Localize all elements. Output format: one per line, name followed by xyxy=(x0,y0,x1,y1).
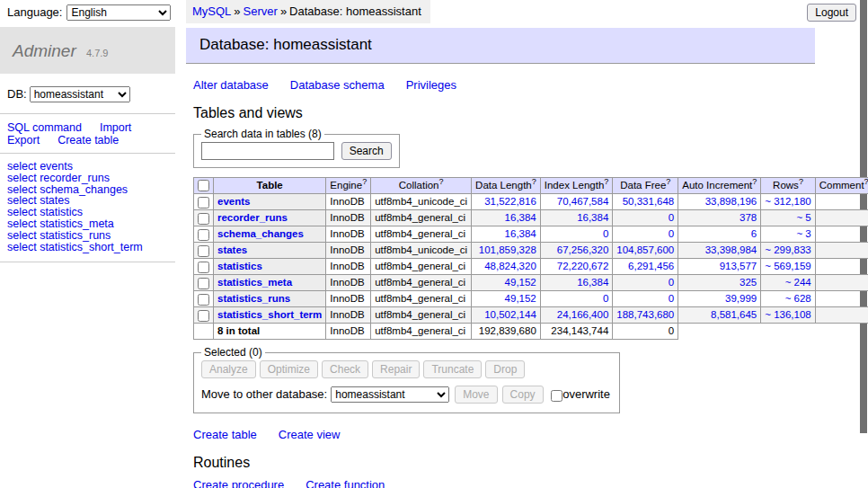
sidebar-action-link[interactable]: Export xyxy=(7,134,40,146)
row-checkbox[interactable] xyxy=(198,294,209,306)
table-name-link[interactable]: statistics_runs xyxy=(217,293,290,304)
sidebar-select-link[interactable]: select recorder_runs xyxy=(7,173,168,184)
column-help-link[interactable]: ? xyxy=(362,177,367,186)
data-free-link[interactable]: 0 xyxy=(669,228,674,239)
search-button[interactable]: Search xyxy=(341,142,392,160)
row-checkbox[interactable] xyxy=(198,245,209,257)
index-length-link[interactable]: 16,384 xyxy=(577,277,608,288)
column-help-link[interactable]: ? xyxy=(864,177,868,186)
data-length-link[interactable]: 16,384 xyxy=(505,228,536,239)
column-help-link[interactable]: ? xyxy=(799,177,803,186)
table-name-link[interactable]: events xyxy=(217,196,250,207)
table-name-link[interactable]: states xyxy=(217,244,247,255)
sidebar-select-link[interactable]: select events xyxy=(7,161,168,173)
table-name-link[interactable]: statistics_meta xyxy=(217,277,292,288)
breadcrumb-server-link[interactable]: Server xyxy=(244,4,278,18)
column-help-link[interactable]: ? xyxy=(752,177,757,186)
row-checkbox[interactable] xyxy=(198,197,209,209)
auto-increment-link[interactable]: 325 xyxy=(740,277,757,288)
db-select[interactable]: homeassistant xyxy=(30,86,130,102)
analyze-button[interactable]: Analyze xyxy=(201,360,256,378)
column-help-link[interactable]: ? xyxy=(604,177,608,186)
index-length-link[interactable]: 72,220,672 xyxy=(557,261,609,271)
data-free-link[interactable]: 50,331,648 xyxy=(623,196,675,207)
data-length-link[interactable]: 10,502,144 xyxy=(484,309,536,320)
rows-link[interactable]: ~ 569,159 xyxy=(765,261,810,271)
auto-increment-link[interactable]: 8,581,645 xyxy=(711,309,757,320)
column-help-link[interactable]: ? xyxy=(666,177,670,186)
content: Alter databaseDatabase schemaPrivileges … xyxy=(186,78,826,488)
data-length-link[interactable]: 31,522,816 xyxy=(484,196,536,207)
rows-link[interactable]: ~ 5 xyxy=(796,212,810,223)
rows-link[interactable]: ~ 299,833 xyxy=(765,244,810,255)
data-free-link[interactable]: 104,857,600 xyxy=(616,244,674,255)
database-link[interactable]: Privileges xyxy=(406,78,456,92)
collation-cell: utf8mb4_general_ci xyxy=(371,210,472,226)
create-link[interactable]: Create table xyxy=(193,428,257,441)
sidebar-select-link[interactable]: select statistics_short_term xyxy=(7,242,168,253)
auto-increment-link[interactable]: 6 xyxy=(751,228,757,239)
data-free-link[interactable]: 188,743,680 xyxy=(616,309,674,320)
database-link[interactable]: Alter database xyxy=(193,78,269,92)
auto-increment-link[interactable]: 33,398,984 xyxy=(705,244,757,255)
sidebar-action-link[interactable]: SQL command xyxy=(7,121,82,134)
overwrite-label[interactable]: overwrite xyxy=(562,387,610,401)
select-all-checkbox[interactable] xyxy=(198,180,209,191)
auto-increment-link[interactable]: 378 xyxy=(740,212,757,223)
data-length-link[interactable]: 48,824,320 xyxy=(484,261,536,271)
language-select[interactable]: English xyxy=(66,4,171,21)
data-free-link[interactable]: 6,291,456 xyxy=(628,261,674,271)
row-checkbox[interactable] xyxy=(198,262,209,273)
data-length-link[interactable]: 49,152 xyxy=(505,277,536,288)
rows-link[interactable]: ~ 312,180 xyxy=(765,196,810,207)
index-length-link[interactable]: 16,384 xyxy=(577,212,608,223)
table-name-link[interactable]: statistics xyxy=(217,261,262,271)
copy-button[interactable]: Copy xyxy=(502,386,544,404)
sidebar-select-link[interactable]: select statistics_meta xyxy=(7,218,168,230)
column-help-link[interactable]: ? xyxy=(438,177,443,186)
index-length-link[interactable]: 67,256,320 xyxy=(557,244,609,255)
breadcrumb-mysql-link[interactable]: MySQL xyxy=(192,4,231,18)
table-name-link[interactable]: statistics_short_term xyxy=(217,309,322,320)
sidebar-action-link[interactable]: Create table xyxy=(58,134,119,146)
sidebar-select-link[interactable]: select statistics_runs xyxy=(7,230,168,242)
optimize-button[interactable]: Optimize xyxy=(260,360,318,378)
data-length-link[interactable]: 16,384 xyxy=(505,212,536,223)
auto-increment-link[interactable]: 913,577 xyxy=(720,261,757,271)
rows-link[interactable]: ~ 3 xyxy=(796,228,810,239)
column-help-link[interactable]: ? xyxy=(532,177,536,186)
row-checkbox[interactable] xyxy=(198,213,209,225)
rows-link[interactable]: ~ 628 xyxy=(785,293,811,304)
table-name-link[interactable]: recorder_runs xyxy=(217,212,288,223)
data-free-link[interactable]: 0 xyxy=(669,293,674,304)
routine-link[interactable]: Create function xyxy=(306,478,385,488)
routine-link[interactable]: Create procedure xyxy=(193,478,284,488)
row-checkbox[interactable] xyxy=(198,278,209,289)
data-length-link[interactable]: 101,859,328 xyxy=(479,244,536,255)
move-button[interactable]: Move xyxy=(455,386,497,404)
auto-increment-link[interactable]: 39,999 xyxy=(725,293,757,304)
check-button[interactable]: Check xyxy=(322,360,368,378)
data-free-link[interactable]: 0 xyxy=(669,277,674,288)
search-input[interactable] xyxy=(201,142,334,160)
move-db-select[interactable]: homeassistant xyxy=(331,386,449,403)
truncate-button[interactable]: Truncate xyxy=(423,360,482,378)
repair-button[interactable]: Repair xyxy=(372,360,420,378)
overwrite-checkbox[interactable] xyxy=(551,390,562,402)
data-length-link[interactable]: 49,152 xyxy=(505,293,536,304)
row-checkbox[interactable] xyxy=(198,310,209,322)
database-link[interactable]: Database schema xyxy=(290,78,385,92)
index-length-link[interactable]: 0 xyxy=(603,293,608,304)
drop-button[interactable]: Drop xyxy=(485,360,525,378)
rows-link[interactable]: ~ 244 xyxy=(785,277,811,288)
index-length-link[interactable]: 70,467,584 xyxy=(557,196,609,207)
data-free-link[interactable]: 0 xyxy=(669,212,674,223)
auto-increment-link[interactable]: 33,898,196 xyxy=(705,196,757,207)
rows-link[interactable]: ~ 136,108 xyxy=(765,309,810,320)
sidebar-action-link[interactable]: Import xyxy=(100,121,131,134)
index-length-link[interactable]: 24,166,400 xyxy=(557,309,609,320)
row-checkbox[interactable] xyxy=(198,229,209,241)
create-link[interactable]: Create view xyxy=(279,428,341,441)
table-name-link[interactable]: schema_changes xyxy=(217,228,304,239)
index-length-link[interactable]: 0 xyxy=(603,228,608,239)
